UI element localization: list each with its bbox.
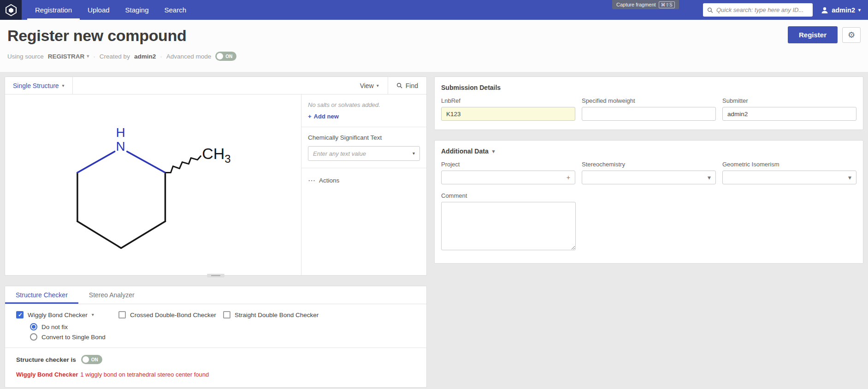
add-new-label: Add new <box>314 113 339 120</box>
created-by-label: Created by <box>100 53 130 60</box>
checkbox[interactable] <box>16 311 24 318</box>
register-button[interactable]: Register <box>788 26 838 43</box>
source-value: REGISTRAR <box>48 53 85 60</box>
geometric-isomerism-input[interactable] <box>727 171 845 183</box>
submission-fields: LnbRef Specified molweight Submitter <box>441 97 856 121</box>
geometric-isomerism-select[interactable]: ▾ <box>722 171 856 184</box>
additional-data-header[interactable]: Additional Data ▾ <box>441 147 856 155</box>
panel-resize-handle[interactable] <box>207 274 224 277</box>
nav-item-registration[interactable]: Registration <box>27 0 80 20</box>
capture-fragment-label: Capture fragment <box>616 2 656 7</box>
molecule-drawing: H N CH3 <box>5 94 301 275</box>
tab-structure-checker[interactable]: Structure Checker <box>5 286 78 304</box>
checkbox[interactable] <box>118 311 126 318</box>
quick-search-input[interactable] <box>716 6 809 13</box>
tab-stereo-analyzer[interactable]: Stereo Analyzer <box>78 286 145 304</box>
nav-item-upload[interactable]: Upload <box>80 0 118 20</box>
field-label: Project <box>441 161 575 168</box>
nav-item-label: Registration <box>35 6 72 14</box>
structure-mode-selector[interactable]: Single Structure ▾ <box>5 77 73 94</box>
radio-button[interactable] <box>30 333 37 341</box>
using-source-label: Using source <box>7 53 44 60</box>
cst-input[interactable] <box>313 150 413 157</box>
structure-canvas[interactable]: H N CH3 <box>5 94 301 275</box>
checker-label: Straight Double Bond Checker <box>235 312 319 318</box>
radio-convert-single-bond[interactable]: Convert to Single Bond <box>30 333 415 341</box>
brand-logo[interactable] <box>0 0 22 20</box>
nav-item-label: Staging <box>125 6 149 14</box>
top-navbar: Registration Upload Staging Search Captu… <box>0 0 868 20</box>
radio-button[interactable] <box>30 323 37 330</box>
page-header: Register new compound Register ⚙ Using s… <box>0 20 868 72</box>
salts-section: No salts or solvates added. + Add new <box>301 94 426 127</box>
user-menu[interactable]: admin2 ▾ <box>821 6 861 14</box>
cst-combobox[interactable]: ▾ <box>308 146 420 161</box>
checkbox[interactable] <box>223 311 230 318</box>
checker-tabs: Structure Checker Stereo Analyzer <box>5 286 426 304</box>
separator: · <box>93 53 95 60</box>
quick-search <box>703 3 813 17</box>
capture-fragment-overlay[interactable]: Capture fragment ⌘⇧S <box>612 0 679 9</box>
additional-data-title: Additional Data <box>441 147 489 155</box>
checker-crossed-double-bond[interactable]: Crossed Double-Bond Checker <box>118 311 223 318</box>
chevron-down-icon: ▾ <box>377 83 379 88</box>
radio-do-not-fix[interactable]: Do not fix <box>30 323 415 330</box>
header-actions: Register ⚙ <box>788 26 861 43</box>
actions-section: ⋯ Actions <box>301 168 426 192</box>
salts-empty-text: No salts or solvates added. <box>308 101 420 108</box>
advanced-mode-toggle[interactable]: ON <box>215 52 236 61</box>
checker-wiggly-bond[interactable]: Wiggly Bond Checker ▾ <box>16 311 118 318</box>
field-label: Submitter <box>722 97 856 104</box>
submission-details-card: Submission Details LnbRef Specified molw… <box>434 77 863 130</box>
nav-item-search[interactable]: Search <box>156 0 194 20</box>
find-button[interactable]: Find <box>388 77 426 94</box>
right-column: Submission Details LnbRef Specified molw… <box>434 77 863 388</box>
structure-toolbar: Single Structure ▾ View ▾ Find <box>5 77 426 94</box>
molweight-input[interactable] <box>582 107 716 121</box>
actions-menu[interactable]: ⋯ Actions <box>308 168 420 185</box>
project-select[interactable]: + <box>441 171 575 184</box>
page-title: Register new compound <box>7 27 861 45</box>
chevron-down-icon: ▾ <box>708 174 711 181</box>
view-selector[interactable]: View ▾ <box>351 77 388 94</box>
gear-icon: ⚙ <box>848 30 855 40</box>
field-label: Specified molweight <box>582 97 716 104</box>
lnbref-input[interactable] <box>441 107 575 121</box>
chevron-down-icon: ▾ <box>492 149 495 154</box>
chevron-down-icon: ▾ <box>413 151 415 156</box>
main-nav: Registration Upload Staging Search <box>27 0 194 20</box>
add-salt-link[interactable]: + Add new <box>308 113 339 120</box>
settings-button[interactable]: ⚙ <box>842 27 861 43</box>
source-selector[interactable]: REGISTRAR ▾ <box>48 53 89 60</box>
warning-text: 1 wiggly bond on tetrahedral stereo cent… <box>80 371 209 378</box>
stereochemistry-input[interactable] <box>587 171 704 183</box>
checker-status-label: Structure checker is <box>16 356 76 363</box>
atom-n-label: N <box>116 139 125 153</box>
checker-content: Wiggly Bond Checker ▾ Crossed Double-Bon… <box>5 304 426 378</box>
chevron-down-icon[interactable]: ▾ <box>92 312 94 317</box>
chevron-down-icon: ▾ <box>87 54 89 59</box>
actions-label: Actions <box>319 177 339 184</box>
tab-label: Structure Checker <box>16 291 68 299</box>
left-column: Single Structure ▾ View ▾ Find <box>5 77 427 388</box>
field-label: Geometric Isomerism <box>722 161 856 168</box>
chevron-down-icon: ▾ <box>858 8 861 12</box>
project-input[interactable] <box>446 171 563 183</box>
ellipsis-icon: ⋯ <box>308 176 315 185</box>
field-stereochemistry: Stereochemistry ▾ <box>582 161 716 184</box>
checker-list: Wiggly Bond Checker ▾ Crossed Double-Bon… <box>16 311 415 318</box>
cst-label: Chemically Significant Text <box>308 134 420 141</box>
structure-checker-toggle[interactable]: ON <box>81 355 102 364</box>
plus-icon[interactable]: + <box>567 174 570 181</box>
checker-label: Wiggly Bond Checker <box>28 312 88 318</box>
stereochemistry-select[interactable]: ▾ <box>582 171 716 184</box>
user-name: admin2 <box>832 6 855 14</box>
nav-item-staging[interactable]: Staging <box>118 0 157 20</box>
view-label: View <box>360 82 374 89</box>
submission-details-title: Submission Details <box>441 84 856 91</box>
comment-textarea[interactable] <box>441 202 576 250</box>
substituent-label: CH3 <box>202 145 230 165</box>
submitter-input[interactable] <box>722 107 856 121</box>
checker-straight-double-bond[interactable]: Straight Double Bond Checker <box>223 311 319 318</box>
checker-card: Structure Checker Stereo Analyzer Wiggly… <box>5 286 427 388</box>
